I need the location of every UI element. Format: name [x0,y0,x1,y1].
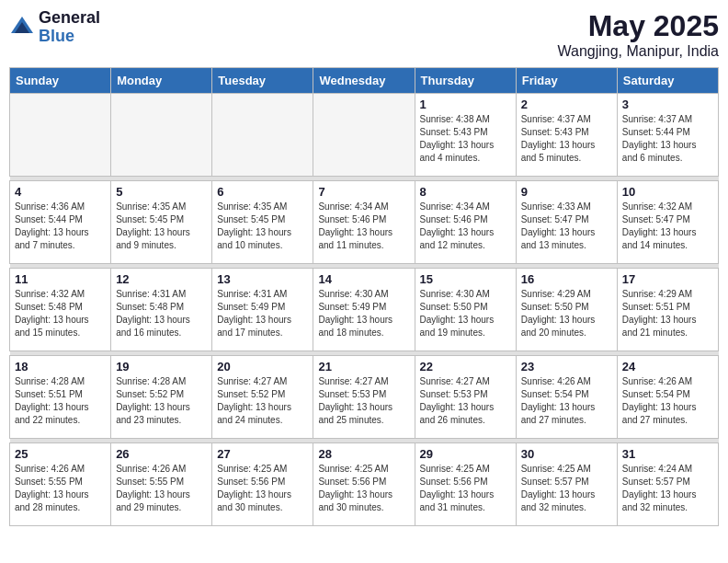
day-info: Sunrise: 4:33 AM Sunset: 5:47 PM Dayligh… [521,201,612,252]
day-number: 1 [420,98,511,111]
logo: General Blue [9,9,100,46]
calendar-day-cell: 6Sunrise: 4:35 AM Sunset: 5:45 PM Daylig… [212,181,313,264]
calendar-day-cell: 28Sunrise: 4:25 AM Sunset: 5:56 PM Dayli… [313,443,415,526]
day-number: 10 [622,185,713,199]
calendar-day-cell: 8Sunrise: 4:34 AM Sunset: 5:46 PM Daylig… [415,181,516,264]
day-number: 8 [420,185,511,199]
calendar-day-cell: 31Sunrise: 4:24 AM Sunset: 5:57 PM Dayli… [617,443,718,526]
logo-general: General [39,9,100,28]
day-number: 3 [622,98,713,111]
day-info: Sunrise: 4:35 AM Sunset: 5:45 PM Dayligh… [116,201,207,252]
calendar-day-cell: 22Sunrise: 4:27 AM Sunset: 5:53 PM Dayli… [415,356,516,439]
day-info: Sunrise: 4:37 AM Sunset: 5:43 PM Dayligh… [521,113,612,165]
day-number: 26 [116,447,207,461]
day-info: Sunrise: 4:36 AM Sunset: 5:44 PM Dayligh… [15,201,106,252]
day-number: 24 [622,360,713,373]
calendar-day-cell: 19Sunrise: 4:28 AM Sunset: 5:52 PM Dayli… [111,356,212,439]
day-info: Sunrise: 4:35 AM Sunset: 5:45 PM Dayligh… [217,201,308,252]
day-info: Sunrise: 4:32 AM Sunset: 5:48 PM Dayligh… [15,288,106,339]
day-number: 22 [420,360,511,373]
day-info: Sunrise: 4:26 AM Sunset: 5:55 PM Dayligh… [15,463,106,514]
day-info: Sunrise: 4:30 AM Sunset: 5:50 PM Dayligh… [420,288,511,339]
title-section: May 2025 Wangjing, Manipur, India [557,9,719,60]
calendar-day-cell: 24Sunrise: 4:26 AM Sunset: 5:54 PM Dayli… [617,356,718,439]
day-number: 23 [521,360,612,373]
calendar-day-cell: 29Sunrise: 4:25 AM Sunset: 5:56 PM Dayli… [415,443,516,526]
day-info: Sunrise: 4:32 AM Sunset: 5:47 PM Dayligh… [622,201,713,252]
calendar-day-cell: 21Sunrise: 4:27 AM Sunset: 5:53 PM Dayli… [313,356,415,439]
calendar-day-cell [111,94,212,177]
day-info: Sunrise: 4:25 AM Sunset: 5:57 PM Dayligh… [521,463,612,514]
calendar-day-cell: 27Sunrise: 4:25 AM Sunset: 5:56 PM Dayli… [212,443,313,526]
calendar-day-cell: 25Sunrise: 4:26 AM Sunset: 5:55 PM Dayli… [10,443,111,526]
calendar-header-row: SundayMondayTuesdayWednesdayThursdayFrid… [10,68,719,94]
calendar-day-cell: 13Sunrise: 4:31 AM Sunset: 5:49 PM Dayli… [212,269,313,351]
day-number: 28 [318,447,409,461]
day-info: Sunrise: 4:37 AM Sunset: 5:44 PM Dayligh… [622,113,713,165]
day-number: 15 [420,272,511,286]
day-number: 25 [15,447,106,461]
day-number: 30 [521,447,612,461]
day-info: Sunrise: 4:28 AM Sunset: 5:52 PM Dayligh… [116,375,207,427]
day-number: 18 [15,360,106,373]
calendar-day-cell: 9Sunrise: 4:33 AM Sunset: 5:47 PM Daylig… [516,181,617,264]
day-info: Sunrise: 4:25 AM Sunset: 5:56 PM Dayligh… [420,463,511,514]
day-number: 29 [420,447,511,461]
location: Wangjing, Manipur, India [557,43,719,60]
weekday-header: Sunday [10,68,111,94]
calendar-table: SundayMondayTuesdayWednesdayThursdayFrid… [9,67,719,526]
day-info: Sunrise: 4:29 AM Sunset: 5:51 PM Dayligh… [622,288,713,339]
day-number: 11 [15,272,106,286]
month-year: May 2025 [557,9,719,43]
day-number: 16 [521,272,612,286]
calendar-day-cell: 15Sunrise: 4:30 AM Sunset: 5:50 PM Dayli… [415,269,516,351]
day-info: Sunrise: 4:28 AM Sunset: 5:51 PM Dayligh… [15,375,106,427]
calendar-day-cell: 5Sunrise: 4:35 AM Sunset: 5:45 PM Daylig… [111,181,212,264]
day-number: 19 [116,360,207,373]
calendar-day-cell [10,94,111,177]
day-number: 12 [116,272,207,286]
calendar-day-cell: 14Sunrise: 4:30 AM Sunset: 5:49 PM Dayli… [313,269,415,351]
logo-text: General Blue [39,9,100,46]
calendar-day-cell: 23Sunrise: 4:26 AM Sunset: 5:54 PM Dayli… [516,356,617,439]
weekday-header: Tuesday [212,68,313,94]
calendar-day-cell: 20Sunrise: 4:27 AM Sunset: 5:52 PM Dayli… [212,356,313,439]
day-number: 2 [521,98,612,111]
day-number: 17 [622,272,713,286]
weekday-header: Thursday [415,68,516,94]
calendar-week-row: 4Sunrise: 4:36 AM Sunset: 5:44 PM Daylig… [10,181,719,264]
calendar-day-cell: 7Sunrise: 4:34 AM Sunset: 5:46 PM Daylig… [313,181,415,264]
logo-icon [9,15,35,40]
day-number: 27 [217,447,308,461]
day-info: Sunrise: 4:25 AM Sunset: 5:56 PM Dayligh… [217,463,308,514]
day-number: 7 [318,185,409,199]
calendar-week-row: 18Sunrise: 4:28 AM Sunset: 5:51 PM Dayli… [10,356,719,439]
day-info: Sunrise: 4:26 AM Sunset: 5:55 PM Dayligh… [116,463,207,514]
day-number: 20 [217,360,308,373]
day-info: Sunrise: 4:38 AM Sunset: 5:43 PM Dayligh… [420,113,511,165]
calendar-day-cell: 26Sunrise: 4:26 AM Sunset: 5:55 PM Dayli… [111,443,212,526]
day-number: 31 [622,447,713,461]
calendar-day-cell: 3Sunrise: 4:37 AM Sunset: 5:44 PM Daylig… [617,94,718,177]
day-number: 5 [116,185,207,199]
calendar-day-cell [212,94,313,177]
day-number: 21 [318,360,409,373]
calendar-day-cell: 1Sunrise: 4:38 AM Sunset: 5:43 PM Daylig… [415,94,516,177]
day-info: Sunrise: 4:34 AM Sunset: 5:46 PM Dayligh… [318,201,409,252]
calendar-day-cell: 12Sunrise: 4:31 AM Sunset: 5:48 PM Dayli… [111,269,212,351]
calendar-day-cell: 30Sunrise: 4:25 AM Sunset: 5:57 PM Dayli… [516,443,617,526]
weekday-header: Saturday [617,68,718,94]
day-info: Sunrise: 4:31 AM Sunset: 5:48 PM Dayligh… [116,288,207,339]
day-info: Sunrise: 4:27 AM Sunset: 5:53 PM Dayligh… [318,375,409,427]
logo-blue: Blue [39,28,100,46]
day-number: 14 [318,272,409,286]
day-info: Sunrise: 4:27 AM Sunset: 5:53 PM Dayligh… [420,375,511,427]
calendar-day-cell: 4Sunrise: 4:36 AM Sunset: 5:44 PM Daylig… [10,181,111,264]
calendar-week-row: 1Sunrise: 4:38 AM Sunset: 5:43 PM Daylig… [10,94,719,177]
day-info: Sunrise: 4:34 AM Sunset: 5:46 PM Dayligh… [420,201,511,252]
calendar-day-cell: 17Sunrise: 4:29 AM Sunset: 5:51 PM Dayli… [617,269,718,351]
day-info: Sunrise: 4:24 AM Sunset: 5:57 PM Dayligh… [622,463,713,514]
day-info: Sunrise: 4:30 AM Sunset: 5:49 PM Dayligh… [318,288,409,339]
day-number: 13 [217,272,308,286]
day-info: Sunrise: 4:26 AM Sunset: 5:54 PM Dayligh… [521,375,612,427]
